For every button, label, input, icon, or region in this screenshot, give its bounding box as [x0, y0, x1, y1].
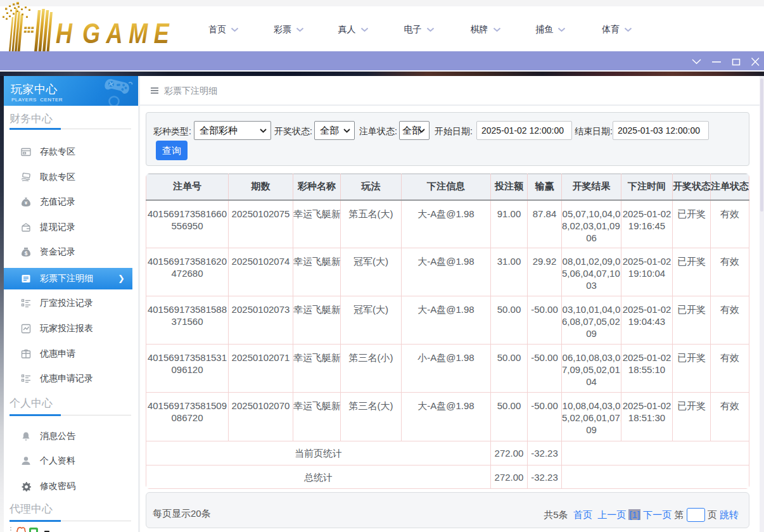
svg-text:GAME: GAME — [82, 17, 175, 49]
svg-text:$: $ — [25, 250, 28, 256]
svg-text:¥: ¥ — [25, 200, 28, 206]
svg-text:H: H — [56, 17, 73, 49]
